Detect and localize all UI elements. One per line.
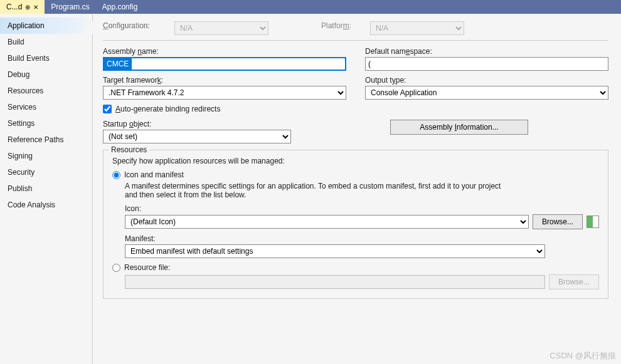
auto-generate-checkbox[interactable]	[103, 105, 112, 113]
icon-label: Icon:	[125, 204, 599, 213]
sidebar-item-debug[interactable]: Debug	[0, 66, 92, 83]
watermark: CSDN @风行無痕	[549, 350, 616, 361]
tab-program[interactable]: Program.cs	[45, 0, 95, 14]
resources-legend: Resources	[109, 145, 149, 154]
sidebar-item-code-analysis[interactable]: Code Analysis	[0, 197, 92, 213]
resource-file-browse-button: Browse...	[549, 274, 599, 289]
sidebar-item-build[interactable]: Build	[0, 34, 92, 50]
tab-strip: C...d ⊕ ✕ Program.cs App.config	[0, 0, 621, 14]
tab-label: C...d	[6, 3, 22, 11]
target-framework-select[interactable]: .NET Framework 4.7.2	[103, 86, 346, 100]
configuration-label2: Configuration:	[103, 21, 156, 30]
icon-select[interactable]: (Default Icon)	[125, 215, 529, 229]
default-namespace-label: Default namespace:	[365, 47, 608, 56]
icon-manifest-label: Icon and manifest	[124, 170, 184, 179]
sidebar-item-resources[interactable]: Resources	[0, 83, 92, 99]
resources-desc: Specify how application resources will b…	[112, 157, 599, 165]
tab-project[interactable]: C...d ⊕ ✕	[0, 0, 45, 14]
icon-manifest-desc: A manifest determines specific settings …	[125, 182, 514, 199]
output-type-label: Output type:	[365, 76, 608, 85]
output-type-select[interactable]: Console Application	[365, 86, 608, 100]
sidebar-item-publish[interactable]: Publish	[0, 180, 92, 197]
tab-appconfig[interactable]: App.config	[96, 0, 144, 14]
resources-group: Resources Specify how application resour…	[103, 150, 608, 299]
main-panel: Configuration: Configuration: N/A Platfo…	[93, 14, 621, 364]
configuration-select: N/A	[174, 21, 268, 35]
icon-preview	[586, 216, 599, 228]
manifest-select[interactable]: Embed manifest with default settings	[125, 244, 545, 258]
target-framework-label: Target framework:	[103, 76, 346, 85]
sidebar-item-build-events[interactable]: Build Events	[0, 50, 92, 66]
sidebar-item-signing[interactable]: Signing	[0, 148, 92, 164]
sidebar: Application Build Build Events Debug Res…	[0, 14, 93, 364]
startup-object-label: Startup object:	[103, 120, 291, 128]
assembly-name-input[interactable]	[103, 57, 346, 71]
sidebar-item-application[interactable]: Application	[0, 18, 92, 34]
resource-file-radio[interactable]	[112, 264, 120, 272]
assembly-name-label: Assembly name:	[103, 47, 346, 56]
platform-label: Platform:	[321, 21, 351, 30]
icon-browse-button[interactable]: Browse...	[533, 214, 583, 229]
sidebar-item-reference-paths[interactable]: Reference Paths	[0, 132, 92, 148]
pin-icon[interactable]: ⊕	[25, 4, 30, 11]
default-namespace-input[interactable]	[365, 57, 608, 71]
startup-object-select[interactable]: (Not set)	[103, 130, 291, 143]
manifest-label: Manifest:	[125, 234, 599, 243]
assembly-information-button[interactable]: Assembly Information...	[390, 120, 528, 135]
close-icon[interactable]: ✕	[33, 4, 38, 11]
resource-file-input	[125, 275, 545, 289]
icon-manifest-radio[interactable]	[112, 171, 120, 179]
sidebar-item-services[interactable]: Services	[0, 99, 92, 115]
resource-file-label: Resource file:	[124, 263, 170, 272]
auto-generate-label: Auto-generate binding redirects	[115, 105, 220, 113]
platform-select: N/A	[370, 21, 464, 35]
sidebar-item-settings[interactable]: Settings	[0, 115, 92, 132]
sidebar-item-security[interactable]: Security	[0, 164, 92, 180]
